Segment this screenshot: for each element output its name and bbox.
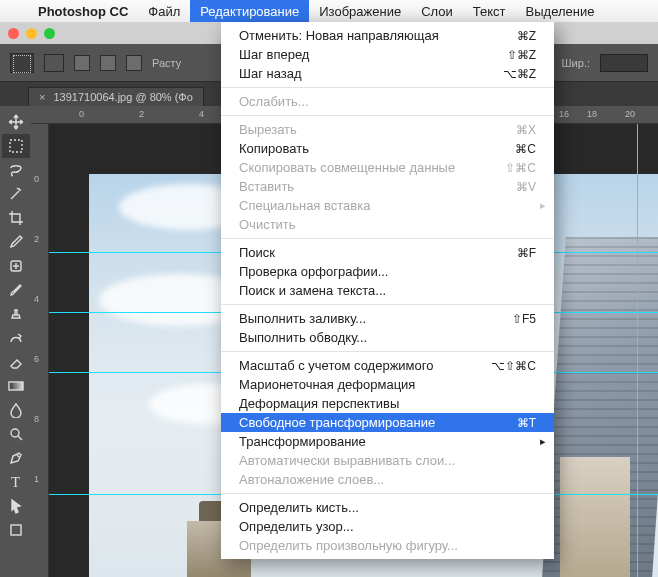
menu-item[interactable]: Определить кисть... [221,498,554,517]
width-input[interactable] [600,54,648,72]
guide-vertical[interactable] [637,124,638,577]
menu-file[interactable]: Файл [138,0,190,22]
path-selection-tool-icon[interactable] [2,494,30,518]
menu-separator [221,351,554,352]
menu-item-label: Выполнить заливку... [239,311,366,326]
menu-item[interactable]: Масштаб с учетом содержимого⌥⇧⌘C [221,356,554,375]
magic-wand-tool-icon[interactable] [2,182,30,206]
menu-item[interactable]: Отменить: Новая направляющая⌘Z [221,26,554,45]
menu-item-label: Выполнить обводку... [239,330,367,345]
menu-item-shortcut: ⌘Z [517,29,536,43]
menu-item-label: Трансформирование [239,434,366,449]
close-tab-icon[interactable]: × [39,91,45,103]
zoom-window-icon[interactable] [44,28,55,39]
menu-item-label: Скопировать совмещенные данные [239,160,455,175]
healing-brush-tool-icon[interactable] [2,254,30,278]
menu-separator [221,304,554,305]
menu-item[interactable]: Определить узор... [221,517,554,536]
menu-item[interactable]: Марионеточная деформация [221,375,554,394]
menu-item: Скопировать совмещенные данные⇧⌘C [221,158,554,177]
ruler-tick: 16 [559,109,569,119]
dodge-tool-icon[interactable] [2,422,30,446]
document-tab[interactable]: × 1391710064.jpg @ 80% (Фо [28,87,204,106]
svg-rect-4 [11,525,21,535]
svg-point-3 [11,429,19,437]
ruler-tick: 0 [79,109,84,119]
pen-tool-icon[interactable] [2,446,30,470]
menu-item-label: Вырезать [239,122,297,137]
close-window-icon[interactable] [8,28,19,39]
menu-item-label: Автоналожение слоев... [239,472,384,487]
tool-preset[interactable] [10,53,34,73]
selection-mode-add-icon[interactable] [74,55,90,71]
marquee-icon [13,55,31,73]
move-tool-icon[interactable] [2,110,30,134]
width-label: Шир.: [562,57,590,69]
menu-item[interactable]: Выполнить обводку... [221,328,554,347]
menu-item: Определить произвольную фигуру... [221,536,554,555]
menu-item[interactable]: Деформация перспективы [221,394,554,413]
menu-item: Вставить⌘V [221,177,554,196]
clone-stamp-tool-icon[interactable] [2,302,30,326]
menu-item-shortcut: ⌘V [516,180,536,194]
ruler-tick: 18 [587,109,597,119]
menu-item-label: Определить произвольную фигуру... [239,538,458,553]
menu-image[interactable]: Изображение [309,0,411,22]
selection-mode-intersect-icon[interactable] [126,55,142,71]
menu-item-label: Масштаб с учетом содержимого [239,358,433,373]
menu-item-shortcut: ⌥⌘Z [503,67,536,81]
menu-edit[interactable]: Редактирование [190,0,309,22]
menu-item[interactable]: Шаг вперед⇧⌘Z [221,45,554,64]
eyedropper-tool-icon[interactable] [2,230,30,254]
menu-item[interactable]: Копировать⌘C [221,139,554,158]
crop-tool-icon[interactable] [2,206,30,230]
menu-separator [221,493,554,494]
menu-item[interactable]: Выполнить заливку...⇧F5 [221,309,554,328]
menu-item: Автоматически выравнивать слои... [221,451,554,470]
svg-rect-0 [10,140,22,152]
ruler-tick: 2 [139,109,144,119]
menu-item: Специальная вставка [221,196,554,215]
menu-item[interactable]: Поиск и замена текста... [221,281,554,300]
menu-item-label: Ослабить... [239,94,309,109]
tools-panel: T [0,106,31,577]
lasso-tool-icon[interactable] [2,158,30,182]
blur-tool-icon[interactable] [2,398,30,422]
menu-item-label: Марионеточная деформация [239,377,415,392]
menu-select[interactable]: Выделение [516,0,605,22]
eraser-tool-icon[interactable] [2,350,30,374]
menu-item: Ослабить... [221,92,554,111]
rectangle-tool-icon[interactable] [2,518,30,542]
menu-item[interactable]: Проверка орфографии... [221,262,554,281]
selection-mode-subtract-icon[interactable] [100,55,116,71]
ruler-tick: 4 [34,294,39,304]
history-brush-tool-icon[interactable] [2,326,30,350]
brush-tool-icon[interactable] [2,278,30,302]
menu-item-shortcut: ⌘C [515,142,536,156]
menu-item: Автоналожение слоев... [221,470,554,489]
menu-item-label: Автоматически выравнивать слои... [239,453,455,468]
menu-layers[interactable]: Слои [411,0,463,22]
ruler-tick: 0 [34,174,39,184]
minimize-window-icon[interactable] [26,28,37,39]
type-tool-icon[interactable]: T [2,470,30,494]
gradient-tool-icon[interactable] [2,374,30,398]
svg-rect-2 [9,382,23,390]
menu-item[interactable]: Шаг назад⌥⌘Z [221,64,554,83]
ruler-tick: 20 [625,109,635,119]
ruler-vertical[interactable]: 0 2 4 6 8 1 [31,124,49,577]
menu-text[interactable]: Текст [463,0,516,22]
menu-item-label: Очистить [239,217,296,232]
menu-item[interactable]: Поиск⌘F [221,243,554,262]
ruler-tick: 8 [34,414,39,424]
menu-item-label: Свободное трансформирование [239,415,435,430]
menu-item-label: Отменить: Новая направляющая [239,28,439,43]
app-name[interactable]: Photoshop CC [28,0,138,22]
menu-item[interactable]: Трансформирование [221,432,554,451]
menu-item: Вырезать⌘X [221,120,554,139]
marquee-tool-icon[interactable] [2,134,30,158]
selection-mode-new[interactable] [44,54,64,72]
menu-item-label: Вставить [239,179,294,194]
tab-title: 1391710064.jpg @ 80% (Фо [53,91,192,103]
menu-item[interactable]: Свободное трансформирование⌘T [221,413,554,432]
